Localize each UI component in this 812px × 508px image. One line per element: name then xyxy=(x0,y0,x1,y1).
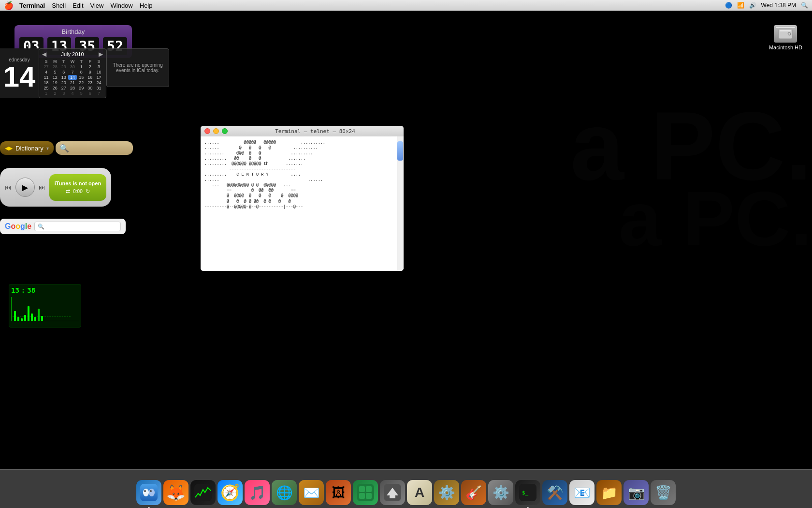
cal-mini: ◀ July 2010 ▶ SMTWTFS 27282930123 456789… xyxy=(39,48,106,98)
dock-item-finder[interactable] xyxy=(136,480,161,506)
menu-terminal[interactable]: Terminal xyxy=(19,2,45,9)
terminal-window: Terminal — telnet — 80×24 ...... @@@@@ @… xyxy=(201,126,404,271)
volume-icon[interactable]: 🔊 xyxy=(749,2,756,9)
xcode-icon: ⚒️ xyxy=(542,480,567,505)
dock-item-bootcamp[interactable] xyxy=(380,480,405,506)
hd-icon-image xyxy=(774,25,797,43)
graph-bar-4 xyxy=(24,315,26,321)
google-search-box[interactable]: 🔍 xyxy=(34,222,121,231)
dict-search-input[interactable] xyxy=(71,145,129,151)
itunes-icon: 🎵 xyxy=(245,480,270,505)
itunes-play-button[interactable]: ▶ xyxy=(15,178,35,197)
svg-rect-11 xyxy=(359,486,365,492)
mail-icon: 📧 xyxy=(569,480,594,505)
desktop: a PC. a PC. Macintosh HD Birthday 03 13 … xyxy=(0,11,812,479)
activity-monitor-icon xyxy=(190,480,216,505)
bluetooth-icon[interactable]: 🔵 xyxy=(725,2,732,9)
itunes-prev-button[interactable]: ⏮ xyxy=(5,183,12,191)
terminal-icon: $_ xyxy=(515,480,540,505)
itunes-time: 0:00 xyxy=(73,189,82,194)
itunes-controls: ⇄ 0:00 ↻ xyxy=(66,188,89,194)
cal-big-date: ednesday 14 xyxy=(0,48,39,98)
photos-icon: 🖼 xyxy=(326,480,351,505)
garageband-icon: 🎸 xyxy=(461,480,486,505)
itunes-widget: ⏮ ▶ ⏭ iTunes is not open ⇄ 0:00 ↻ xyxy=(0,168,111,207)
itunes-next-button[interactable]: ⏭ xyxy=(39,183,45,191)
itunes-shuffle-button[interactable]: ⇄ xyxy=(66,188,70,194)
svg-point-3 xyxy=(789,33,790,35)
clock-hour: 13 xyxy=(11,286,19,294)
google-search-icon: 🔍 xyxy=(38,224,44,230)
cal-prev[interactable]: ◀ xyxy=(42,51,46,58)
dock-item-sysprefs[interactable]: ⚙️ xyxy=(488,480,513,506)
macintosh-hd-icon[interactable]: Macintosh HD xyxy=(769,25,802,50)
dict-nav-arrows[interactable]: ◀▶ xyxy=(5,145,13,151)
dict-search[interactable]: 🔍 xyxy=(56,141,133,155)
cal-next[interactable]: ▶ xyxy=(99,51,103,58)
close-button[interactable] xyxy=(204,128,210,134)
terminal-clock-display: 13 : 38 xyxy=(11,286,79,294)
cal-month-year: July 2010 xyxy=(61,51,84,57)
firefox-icon: 🦊 xyxy=(163,480,188,505)
minimize-button[interactable] xyxy=(213,128,219,134)
menu-shell[interactable]: Shell xyxy=(52,2,66,9)
svg-rect-12 xyxy=(366,486,372,492)
menu-view[interactable]: View xyxy=(90,2,104,9)
dock-item-safari[interactable]: 🧭 xyxy=(218,480,243,506)
dock-item-mail-stamp[interactable]: ✉️ xyxy=(299,480,324,506)
mail-stamp-icon: ✉️ xyxy=(299,480,324,505)
dock-item-terminal[interactable]: $_ xyxy=(515,480,540,506)
ical-message: There are no upcoming events in iCal tod… xyxy=(110,62,166,73)
iphoto-icon: 📷 xyxy=(624,480,649,505)
zoom-button[interactable] xyxy=(222,128,228,134)
dict-dropdown-arrow[interactable]: ▾ xyxy=(46,146,49,151)
dock-item-automator[interactable]: ⚙️ xyxy=(434,480,459,506)
menu-edit[interactable]: Edit xyxy=(72,2,83,9)
numbers-icon xyxy=(353,480,378,505)
terminal-scroll-thumb[interactable] xyxy=(397,141,403,161)
dock-item-itunes[interactable]: 🎵 xyxy=(245,480,270,506)
wifi-icon[interactable]: 📶 xyxy=(737,2,744,9)
terminal-content[interactable]: ...... @@@@@ @@@@@ .......... ...... @ @… xyxy=(201,136,404,271)
dock-item-fontbook[interactable]: A xyxy=(407,480,432,506)
svg-point-8 xyxy=(150,490,152,492)
play-icon: ▶ xyxy=(22,183,28,192)
cal-mini-header: ◀ July 2010 ▶ xyxy=(42,51,103,58)
cal-ical: There are no upcoming events in iCal tod… xyxy=(106,48,169,87)
menu-window[interactable]: Window xyxy=(111,2,133,9)
search-icon[interactable]: 🔍 xyxy=(801,2,808,9)
svg-rect-1 xyxy=(780,30,791,31)
dock-item-iphoto[interactable]: 📷 xyxy=(624,480,649,506)
itunes-status-text: iTunes is not open xyxy=(55,180,101,186)
terminal-text: ...... @@@@@ @@@@@ .......... ...... @ @… xyxy=(204,140,392,210)
google-widget: Google 🔍 xyxy=(0,219,126,234)
hd-label: Macintosh HD xyxy=(769,45,802,50)
terminal-scrollbar[interactable] xyxy=(397,136,404,271)
graph-bar-7 xyxy=(34,317,36,321)
svg-point-5 xyxy=(143,489,149,496)
dock-item-mail[interactable]: 📧 xyxy=(569,480,594,506)
dock-item-xcode[interactable]: ⚒️ xyxy=(542,480,567,506)
dock-item-network[interactable]: 🌐 xyxy=(272,480,297,506)
dock-item-trash[interactable]: 🗑️ xyxy=(651,480,676,506)
clock: Wed 1:38 PM xyxy=(761,2,796,9)
cal-grid: SMTWTFS 27282930123 45678910 11121314151… xyxy=(42,59,103,96)
dock-item-garageband[interactable]: 🎸 xyxy=(461,480,486,506)
graph-bar-6 xyxy=(31,314,33,321)
dock-item-photos[interactable]: 🖼 xyxy=(326,480,351,506)
menu-help[interactable]: Help xyxy=(140,2,153,9)
safari-icon: 🧭 xyxy=(218,480,243,505)
graph-bar-1 xyxy=(14,311,16,321)
dock-item-stacks[interactable]: 📁 xyxy=(596,480,622,506)
dock: 🦊 🧭 🎵 🌐 ✉️ 🖼 xyxy=(0,469,812,508)
fontbook-icon: A xyxy=(407,480,432,505)
dock-item-activity-monitor[interactable] xyxy=(190,480,216,506)
terminal-window-title: Terminal — telnet — 80×24 xyxy=(231,128,400,134)
dock-item-numbers[interactable] xyxy=(353,480,378,506)
apple-menu[interactable]: 🍎 xyxy=(4,1,14,10)
google-search-input[interactable] xyxy=(46,223,114,230)
dock-item-firefox[interactable]: 🦊 xyxy=(163,480,188,506)
graph-bar-2 xyxy=(17,317,19,321)
itunes-status-area: iTunes is not open ⇄ 0:00 ↻ xyxy=(49,174,106,201)
itunes-repeat-button[interactable]: ↻ xyxy=(86,188,90,194)
